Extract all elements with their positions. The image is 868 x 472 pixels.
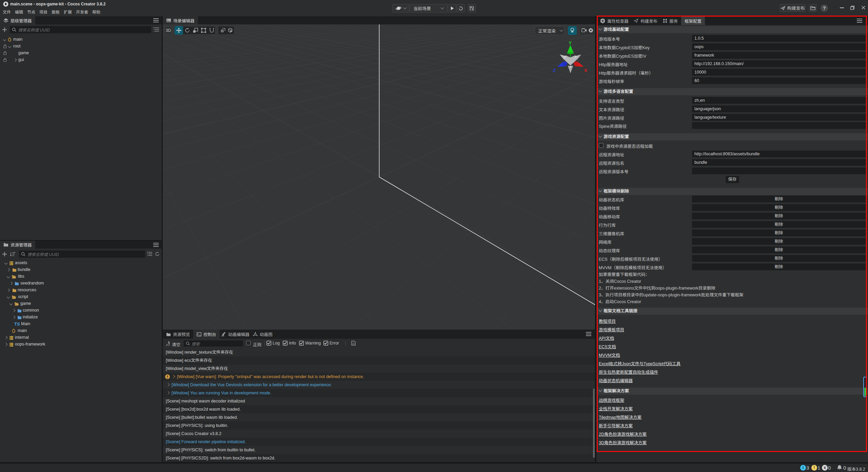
svg-text:Z: Z (553, 68, 556, 73)
svg-text:Y: Y (569, 41, 572, 45)
svg-text:X: X (584, 68, 587, 73)
